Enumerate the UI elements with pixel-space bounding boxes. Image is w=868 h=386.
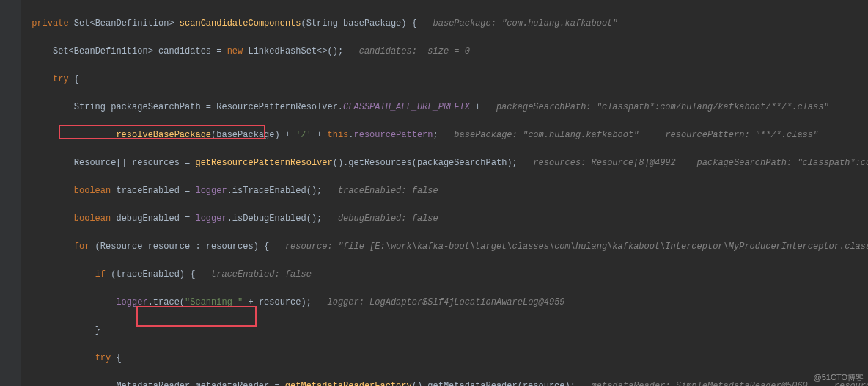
code-line: } [21,324,868,338]
code-line: if (traceEnabled) { traceEnabled: false [21,268,868,282]
code-line: Resource[] resources = getResourcePatter… [21,156,868,170]
code-line: MetadataReader metadataReader = getMetad… [21,379,868,386]
code-line: private Set<BeanDefinition> scanCandidat… [21,17,868,31]
code-line: logger.trace("Scanning " + resource); lo… [21,296,868,310]
code-line: boolean debugEnabled = logger.isDebugEna… [21,212,868,226]
editor-gutter [0,0,21,386]
code-line: try { [21,352,868,365]
watermark-text: @51CTO博客 [814,371,864,385]
code-line: resolveBasePackage(basePackage) + '/' + … [21,128,868,142]
code-line: boolean traceEnabled = logger.isTraceEna… [21,184,868,198]
code-line: Set<BeanDefinition> candidates = new Lin… [21,45,868,59]
editor-code-area[interactable]: private Set<BeanDefinition> scanCandidat… [21,3,868,386]
code-line: String packageSearchPath = ResourcePatte… [21,101,868,114]
code-line: try { [21,73,868,87]
code-line: for (Resource resource : resources) { re… [21,240,868,254]
